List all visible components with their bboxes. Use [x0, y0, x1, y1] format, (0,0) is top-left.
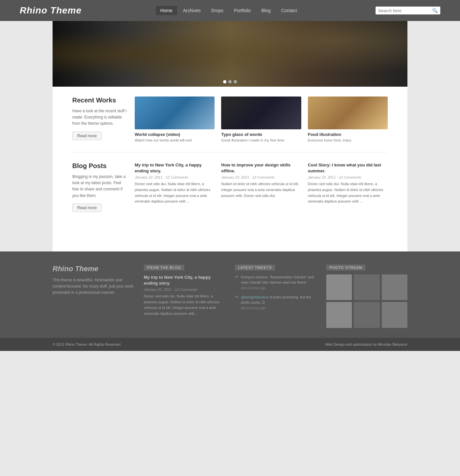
- footer-photos-col: PHOTO STREAM: [326, 265, 408, 328]
- tweet-link[interactable]: @designfabulous: [241, 295, 269, 299]
- photo-thumb-3[interactable]: [382, 274, 408, 300]
- photo-thumb-5[interactable]: [354, 302, 380, 328]
- photo-thumb-1[interactable]: [326, 274, 352, 300]
- portfolio-desc-3: Everyone loves food, enjoy.: [308, 138, 388, 142]
- portfolio-thumb-3: [308, 97, 388, 129]
- search-bar: 🔍: [376, 7, 440, 14]
- nav-item-drops[interactable]: Drops: [207, 6, 228, 15]
- hero-slider: [53, 21, 407, 87]
- blog-item-2: How to improve your design skills offlin…: [221, 162, 301, 212]
- portfolio-item-3: Food illustration Everyone loves food, e…: [308, 97, 388, 142]
- recent-works-section: Recent Works Have a look at the recent s…: [72, 97, 388, 152]
- portfolio-desc-1: Watch how our lovely world will end.: [135, 138, 215, 142]
- footer-about-col: Rhino Theme This theme is beautiful, min…: [53, 265, 134, 328]
- tweet-time: about a hour ago: [241, 286, 316, 290]
- recent-works-read-more[interactable]: Read more: [72, 132, 102, 140]
- photo-thumb-6[interactable]: [382, 302, 408, 328]
- tweet-2: " @designfabulous It looks promising, bu…: [235, 294, 316, 310]
- hero-dot-3[interactable]: [234, 80, 237, 83]
- portfolio-title-2: Typo glass of words: [221, 132, 301, 137]
- blog-meta-3: January 22, 2011 · 12 Comments: [308, 175, 388, 179]
- main-nav: HomeArchivesDropsPortfolioBlogContact: [156, 6, 302, 15]
- blog-title-1: My trip to New York City, a happy ending…: [135, 162, 215, 174]
- copyright: © 2011 Rhino Theme. All Rights Reserved.: [53, 342, 122, 346]
- blog-title-2: How to improve your design skills offlin…: [221, 162, 301, 174]
- tweets-container: " Going to cinema, "Assassination Games"…: [235, 274, 316, 310]
- portfolio-desc-2: Great illustration i made in my free tim…: [221, 138, 301, 142]
- site-title: Rhino Theme: [20, 5, 81, 16]
- tweet-text: @designfabulous It looks promising, but …: [241, 294, 316, 305]
- footer-site-title: Rhino Theme: [53, 265, 134, 273]
- nav-item-archives[interactable]: Archives: [178, 6, 205, 15]
- blog-posts-read-more[interactable]: Read more: [72, 204, 102, 212]
- tweet-quote-icon: ": [235, 294, 238, 310]
- nav-item-home[interactable]: Home: [156, 6, 177, 15]
- nav-item-portfolio[interactable]: Portfolio: [229, 6, 255, 15]
- blog-meta-2: January 22, 2011 · 12 Comments: [221, 175, 301, 179]
- nav-item-blog[interactable]: Blog: [257, 6, 275, 15]
- portfolio-title-3: Food illustration: [308, 132, 388, 137]
- portfolio-item-2: Typo glass of words Great illustration i…: [221, 97, 301, 142]
- blog-posts-left: Blog Posts Blogging is my passion, take …: [72, 162, 135, 212]
- portfolio-title-1: World collapse (video): [135, 132, 215, 137]
- tweet-1: " Going to cinema, "Assassination Games"…: [235, 274, 316, 290]
- hero-dot-2[interactable]: [228, 80, 232, 83]
- footer-blog-post-excerpt: Donec sed odio dui. Nulla vitae elit lib…: [144, 293, 225, 316]
- footer-blog-post-meta: January 22, 2011 · 12 Comments: [144, 288, 225, 292]
- footer-desc: This theme is beautiful, minimalistic an…: [53, 277, 134, 296]
- photo-thumb-2[interactable]: [354, 274, 380, 300]
- hero-background: [53, 21, 407, 87]
- footer-columns: Rhino Theme This theme is beautiful, min…: [53, 265, 407, 338]
- blog-item-3: Cool Story: I know what you did last sum…: [308, 162, 388, 212]
- recent-works-heading: Recent Works: [72, 97, 128, 104]
- main-wrapper: Recent Works Have a look at the recent s…: [53, 21, 407, 251]
- recent-works-left: Recent Works Have a look at the recent s…: [72, 97, 135, 142]
- tweet-time: about a hour ago: [241, 306, 316, 310]
- hero-dot-1[interactable]: [223, 80, 226, 83]
- footer: Rhino Theme This theme is beautiful, min…: [0, 251, 460, 338]
- portfolio-item-1: World collapse (video) Watch how our lov…: [135, 97, 215, 142]
- hero-dots: [223, 80, 237, 83]
- footer-blog-label: FROM THE BLOG: [144, 265, 185, 270]
- credit: Web Design and optimization by Miroslav …: [325, 342, 407, 346]
- footer-bottom-inner: © 2011 Rhino Theme. All Rights Reserved.…: [53, 342, 407, 346]
- portfolio-thumb-2: [221, 97, 301, 129]
- blog-excerpt-3: Donec sed odio dui. Nulla vitae elit lib…: [308, 181, 388, 204]
- footer-blog-col: FROM THE BLOG My trip to New York City, …: [144, 265, 225, 328]
- tweet-quote-icon: ": [235, 274, 238, 290]
- footer-photos-label: PHOTO STREAM: [326, 265, 366, 270]
- blog-posts-items: My trip to New York City, a happy ending…: [135, 162, 388, 212]
- blog-posts-heading: Blog Posts: [72, 162, 128, 170]
- content-area: Recent Works Have a look at the recent s…: [53, 87, 407, 238]
- footer-blog-post-title: My trip to New York City, a happy ending…: [144, 274, 225, 286]
- tweet-content: @designfabulous It looks promising, but …: [241, 294, 316, 310]
- blog-title-3: Cool Story: I know what you did last sum…: [308, 162, 388, 174]
- blog-item-1: My trip to New York City, a happy ending…: [135, 162, 215, 212]
- footer-tweets-col: LATEST TWEETS " Going to cinema, "Assass…: [235, 265, 316, 328]
- blog-excerpt-2: Nullam id dolor id nibh ultricies vehicu…: [221, 181, 301, 199]
- blog-meta-1: January 22, 2011 · 12 Comments: [135, 175, 215, 179]
- blog-posts-desc: Blogging is my passion, take a look at m…: [72, 174, 128, 199]
- tweet-content: Going to cinema, "Assassination Games" a…: [241, 274, 316, 290]
- photo-thumb-4[interactable]: [326, 302, 352, 328]
- recent-works-desc: Have a look at the recent stuff i made. …: [72, 108, 128, 127]
- blog-excerpt-1: Donec sed odio dui. Nulla vitae elit lib…: [135, 181, 215, 204]
- recent-works-items: World collapse (video) Watch how our lov…: [135, 97, 388, 142]
- footer-bottom: © 2011 Rhino Theme. All Rights Reserved.…: [0, 338, 460, 351]
- tweet-text: Going to cinema, "Assassination Games" a…: [241, 274, 316, 285]
- footer-inner: Rhino Theme This theme is beautiful, min…: [53, 265, 407, 338]
- header: Rhino Theme HomeArchivesDropsPortfolioBl…: [0, 0, 460, 21]
- photo-grid: [326, 274, 408, 328]
- footer-tweets-label: LATEST TWEETS: [235, 265, 275, 270]
- nav-item-contact[interactable]: Contact: [276, 6, 301, 15]
- blog-posts-section: Blog Posts Blogging is my passion, take …: [72, 162, 388, 222]
- search-icon[interactable]: 🔍: [432, 8, 438, 13]
- search-input[interactable]: [378, 8, 431, 13]
- portfolio-thumb-1: [135, 97, 215, 129]
